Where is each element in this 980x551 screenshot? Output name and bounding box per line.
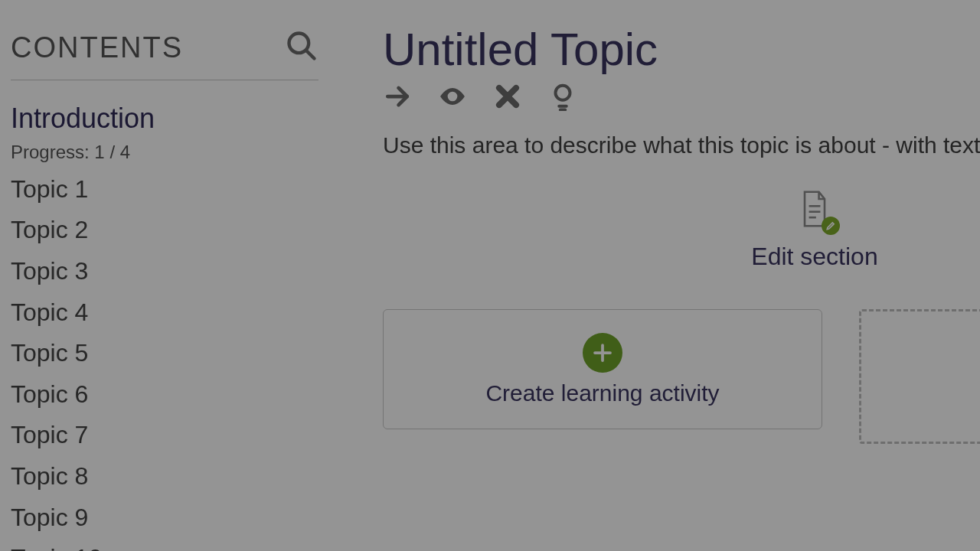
nav-item-topic-8[interactable]: Topic 8: [11, 458, 318, 496]
topic-toolbar: [383, 82, 980, 114]
nav-item-topic-2[interactable]: Topic 2: [11, 211, 318, 249]
nav-item-topic-1[interactable]: Topic 1: [11, 171, 318, 209]
contents-heading: CONTENTS: [11, 31, 183, 64]
edit-badge-icon: [822, 217, 840, 235]
topic-main: Untitled Topic: [329, 0, 980, 551]
nav-item-topic-3[interactable]: Topic 3: [11, 253, 318, 291]
nav-item-topic-6[interactable]: Topic 6: [11, 376, 318, 414]
delete-button[interactable]: [493, 82, 522, 114]
nav-item-topic-7[interactable]: Topic 7: [11, 416, 318, 455]
svg-point-3: [450, 94, 455, 99]
nav-item-topic-9[interactable]: Topic 9: [11, 499, 318, 537]
lightbulb-icon: [548, 82, 577, 111]
visibility-button[interactable]: [438, 82, 467, 114]
search-icon: [285, 29, 318, 63]
create-activity-label: Create learning activity: [485, 380, 719, 406]
svg-point-6: [556, 86, 570, 100]
eye-icon: [438, 82, 467, 111]
contents-nav: Introduction Progress: 1 / 4 Topic 1 Top…: [11, 97, 318, 551]
contents-sidebar: CONTENTS Introduction Progress: 1 / 4 To…: [0, 0, 329, 551]
drop-zone[interactable]: Dro: [859, 309, 980, 444]
hint-button[interactable]: [548, 82, 577, 114]
close-icon: [493, 82, 522, 111]
document-edit-icon: [797, 189, 832, 232]
nav-item-topic-10[interactable]: Topic 10: [11, 540, 318, 551]
nav-progress: Progress: 1 / 4: [11, 142, 318, 163]
edit-section-button[interactable]: Edit section: [383, 189, 980, 271]
move-button[interactable]: [383, 82, 412, 114]
search-button[interactable]: [285, 29, 318, 66]
nav-item-introduction[interactable]: Introduction: [11, 97, 318, 140]
svg-line-1: [306, 51, 315, 59]
arrow-right-icon: [383, 82, 412, 111]
topic-title[interactable]: Untitled Topic: [383, 23, 980, 76]
edit-section-label: Edit section: [383, 243, 980, 271]
nav-item-topic-5[interactable]: Topic 5: [11, 334, 318, 373]
topic-description[interactable]: Use this area to describe what this topi…: [383, 132, 980, 158]
plus-icon: [583, 333, 622, 373]
create-activity-card[interactable]: Create learning activity: [383, 309, 822, 429]
nav-item-topic-4[interactable]: Topic 4: [11, 294, 318, 332]
